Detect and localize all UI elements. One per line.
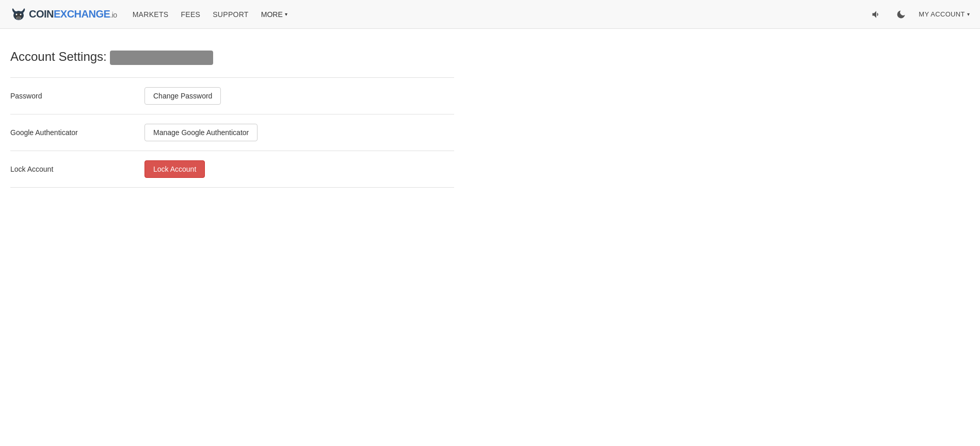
settings-row-google-auth: Google Authenticator Manage Google Authe…	[10, 114, 454, 151]
nav-link-more[interactable]: MORE ▾	[261, 10, 287, 19]
svg-point-4	[16, 13, 18, 15]
lock-account-action: Lock Account	[144, 160, 454, 178]
svg-point-5	[20, 13, 22, 15]
speaker-icon	[871, 9, 881, 20]
nav-item-fees[interactable]: FEES	[181, 10, 200, 19]
change-password-button[interactable]: Change Password	[144, 87, 221, 105]
password-action: Change Password	[144, 87, 454, 105]
logo-exchange-text: EXCHANGE	[54, 8, 110, 20]
settings-list: Password Change Password Google Authenti…	[10, 77, 454, 188]
lock-account-button[interactable]: Lock Account	[144, 160, 205, 178]
nav-item-more[interactable]: MORE ▾	[261, 10, 287, 19]
google-auth-action: Manage Google Authenticator	[144, 124, 454, 141]
page-title: Account Settings:	[10, 49, 213, 65]
nav-item-support[interactable]: SUPPORT	[213, 10, 249, 19]
nav-links: MARKETS FEES SUPPORT MORE ▾	[133, 10, 287, 19]
nav-link-markets[interactable]: MARKETS	[133, 10, 169, 19]
navbar: COINEXCHANGE.io MARKETS FEES SUPPORT MOR…	[0, 0, 980, 29]
main-content: Account Settings: Password Change Passwo…	[0, 29, 464, 198]
lock-account-label: Lock Account	[10, 165, 144, 173]
nav-item-markets[interactable]: MARKETS	[133, 10, 169, 19]
logo-coin-text: COIN	[29, 8, 54, 20]
settings-row-lock-account: Lock Account Lock Account	[10, 151, 454, 188]
navbar-right: MY ACCOUNT ▾	[869, 7, 970, 22]
logo[interactable]: COINEXCHANGE.io	[10, 6, 117, 23]
google-auth-label: Google Authenticator	[10, 128, 144, 137]
more-chevron-icon: ▾	[285, 11, 287, 17]
manage-google-auth-button[interactable]: Manage Google Authenticator	[144, 124, 258, 141]
dark-mode-button[interactable]	[894, 7, 908, 22]
my-account-chevron-icon: ▾	[967, 11, 970, 17]
password-label: Password	[10, 92, 144, 100]
svg-point-6	[17, 17, 21, 19]
username-redacted	[110, 51, 213, 65]
settings-row-password: Password Change Password	[10, 77, 454, 114]
nav-link-support[interactable]: SUPPORT	[213, 10, 249, 19]
page-title-section: Account Settings:	[10, 49, 454, 65]
logo-io-text: .io	[110, 11, 117, 19]
navbar-left: COINEXCHANGE.io MARKETS FEES SUPPORT MOR…	[10, 6, 287, 23]
bull-logo-icon	[10, 6, 27, 23]
nav-link-fees[interactable]: FEES	[181, 10, 200, 19]
my-account-button[interactable]: MY ACCOUNT ▾	[919, 10, 970, 18]
speaker-button[interactable]	[869, 7, 883, 22]
moon-icon	[896, 9, 906, 20]
